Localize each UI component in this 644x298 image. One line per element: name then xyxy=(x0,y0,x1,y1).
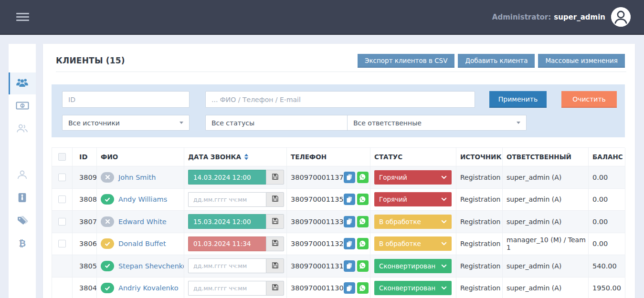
row-checkbox[interactable] xyxy=(58,218,66,226)
client-name-link[interactable]: Stepan Shevchenko xyxy=(118,262,184,270)
balance-cell: 0.00 xyxy=(589,211,625,233)
call-date-input[interactable] xyxy=(188,192,266,207)
call-date-group xyxy=(188,214,284,229)
select-all-checkbox[interactable] xyxy=(58,153,66,161)
call-date-input[interactable] xyxy=(188,258,266,273)
call-date-input[interactable] xyxy=(188,281,266,296)
client-name-link[interactable]: John Smith xyxy=(118,174,156,181)
search-filter-input[interactable] xyxy=(205,91,475,108)
source-cell: Registration xyxy=(456,166,503,189)
clients-panel: КЛИЕНТЫ (15) Экспорт клиентов в CSVДобав… xyxy=(43,44,635,298)
status-select[interactable]: Сконвертирован xyxy=(374,259,452,273)
status-select[interactable]: Горячий xyxy=(374,170,452,185)
chevron-down-icon xyxy=(441,286,447,290)
save-date-button[interactable] xyxy=(266,192,284,207)
column-header: ФИО xyxy=(97,148,184,166)
whatsapp-icon[interactable] xyxy=(357,216,369,227)
client-name-link[interactable]: Donald Buffet xyxy=(118,240,166,247)
column-header-label: ДАТА ЗВОНКА xyxy=(188,153,241,161)
status-label: Сконвертирован xyxy=(379,262,435,270)
sidebar-item-partners[interactable] xyxy=(9,118,36,140)
balance-cell: 540.00 xyxy=(589,255,625,277)
row-checkbox[interactable] xyxy=(58,174,66,181)
source-filter-value: Все источники xyxy=(68,119,120,127)
sort-icon[interactable] xyxy=(244,154,249,160)
row-checkbox[interactable] xyxy=(58,240,66,247)
row-checkbox[interactable] xyxy=(58,195,66,203)
chevron-down-icon xyxy=(441,175,447,179)
chevron-down-icon xyxy=(441,220,447,224)
table-row: 3804Andriy Kovalenko380970001130Сконверт… xyxy=(52,277,625,298)
client-name-link[interactable]: Edward White xyxy=(118,218,167,226)
call-date-input[interactable] xyxy=(188,236,266,251)
sidebar-item-tags[interactable] xyxy=(9,210,36,232)
column-header-label: ФИО xyxy=(101,153,118,161)
sidebar-item-payments[interactable]: 1 xyxy=(9,95,36,117)
source-filter-select[interactable]: Все источники xyxy=(62,115,190,131)
copy-phone-icon[interactable] xyxy=(344,216,355,227)
status-label: Горячий xyxy=(379,174,407,181)
call-date-input[interactable] xyxy=(188,170,266,185)
sidebar-item-staff[interactable] xyxy=(9,187,36,209)
status-cell: В обработке xyxy=(370,233,456,256)
chevron-down-icon xyxy=(441,264,447,268)
banknote-icon: 1 xyxy=(16,101,29,112)
call-date-input[interactable] xyxy=(188,214,266,229)
status-select[interactable]: Сконвертирован xyxy=(374,281,452,295)
status-select[interactable]: В обработке xyxy=(374,215,452,229)
copy-phone-icon[interactable] xyxy=(344,260,355,272)
whatsapp-icon[interactable] xyxy=(357,194,369,205)
sidebar-item-clients[interactable] xyxy=(9,72,36,94)
phone-number: 380970001130 xyxy=(291,284,344,292)
save-date-button[interactable] xyxy=(266,236,284,251)
whatsapp-icon[interactable] xyxy=(357,260,369,272)
client-name-cell: John Smith xyxy=(97,166,184,189)
whatsapp-icon[interactable] xyxy=(357,282,369,294)
column-header: ОТВЕТСТВЕННЫЙ xyxy=(503,148,589,166)
header-checkbox-cell xyxy=(52,148,73,166)
whatsapp-icon[interactable] xyxy=(357,172,369,183)
sidebar-item-profile[interactable] xyxy=(9,164,36,186)
call-date-group xyxy=(188,281,284,296)
user-avatar-icon[interactable] xyxy=(611,7,631,27)
phone-actions xyxy=(344,216,370,227)
export-csv-button[interactable]: Экспорт клиентов в CSV xyxy=(358,54,454,68)
phone-cell: 380970001131 xyxy=(287,255,370,277)
bulk-edit-button[interactable]: Массовые изменения xyxy=(538,54,625,68)
whatsapp-icon[interactable] xyxy=(357,238,369,249)
save-date-button[interactable] xyxy=(266,214,284,229)
save-date-button[interactable] xyxy=(266,281,284,296)
sidebar-item-crypto[interactable]: ₿ xyxy=(9,233,36,255)
svg-text:₿: ₿ xyxy=(19,238,26,248)
source-cell: Registration xyxy=(456,277,503,298)
row-checkbox-cell xyxy=(52,211,73,233)
column-header-label: ID xyxy=(79,153,87,161)
save-date-button[interactable] xyxy=(266,170,284,185)
client-id-cell: 3807 xyxy=(73,211,97,233)
add-client-button[interactable]: Добавить клиента xyxy=(458,54,535,68)
column-header-label: ТЕЛЕФОН xyxy=(291,153,327,161)
id-filter-input[interactable] xyxy=(62,91,190,108)
save-date-button[interactable] xyxy=(266,258,284,273)
copy-phone-icon[interactable] xyxy=(344,282,355,294)
clear-button[interactable]: Очистить xyxy=(561,91,617,108)
status-select[interactable]: В обработке xyxy=(374,236,452,251)
hamburger-menu-icon[interactable] xyxy=(16,11,29,23)
client-name-link[interactable]: Andriy Kovalenko xyxy=(118,284,179,292)
status-label: В обработке xyxy=(379,218,421,226)
responsible-cell: super_admin (A) xyxy=(503,166,589,189)
client-name-link[interactable]: Andy Williams xyxy=(118,195,167,203)
table-row: 3809John Smith380970001137ГорячийRegistr… xyxy=(52,166,625,189)
status-select[interactable]: Горячий xyxy=(374,192,452,206)
users-group-icon xyxy=(16,78,29,90)
copy-phone-icon[interactable] xyxy=(344,194,355,205)
phone-number: 380970001137 xyxy=(291,174,344,181)
admin-role-label: Administrator: xyxy=(492,13,551,21)
copy-phone-icon[interactable] xyxy=(344,238,355,249)
copy-phone-icon[interactable] xyxy=(344,172,355,183)
status-label: Горячий xyxy=(379,195,407,203)
apply-button[interactable]: Применить xyxy=(489,91,547,108)
responsible-filter-select[interactable]: Все ответственные xyxy=(347,115,527,131)
column-header-label: СТАТУС xyxy=(374,153,402,161)
two-users-icon xyxy=(16,123,28,135)
